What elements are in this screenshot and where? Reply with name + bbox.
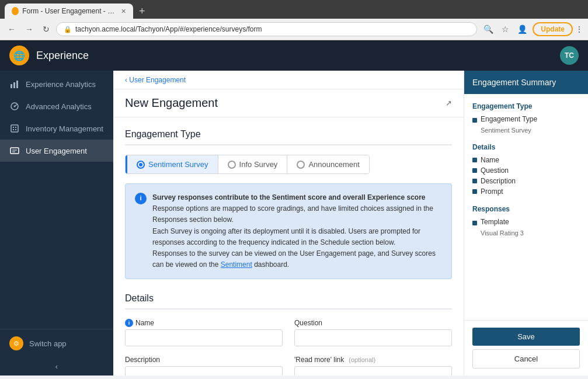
description-field: Description: [125, 356, 283, 375]
sidebar-item-inventory-management[interactable]: Inventory Management: [0, 117, 113, 140]
description-label: Description: [125, 356, 283, 364]
breadcrumb: ‹ User Engagement: [113, 71, 464, 89]
panel-header-title: Engagement Summary: [472, 78, 556, 87]
panel-template-value: Visual Rating 3: [481, 230, 524, 237]
new-tab-button[interactable]: +: [135, 5, 149, 18]
address-bar[interactable]: 🔒 tachyon.acme.local/Tachyon/App/#/exper…: [56, 22, 477, 36]
forward-button[interactable]: →: [22, 23, 36, 35]
svg-rect-1: [13, 82, 15, 88]
panel-type-label: Engagement Type: [481, 115, 537, 123]
panel-bullet-question: [472, 168, 477, 173]
panel-actions: Save Cancel: [464, 320, 588, 375]
info-text: Survey responses contribute to the Senti…: [152, 192, 442, 270]
info-box: i Survey responses contribute to the Sen…: [125, 183, 452, 279]
panel-type-value: Sentiment Survey: [481, 127, 531, 134]
svg-rect-7: [15, 127, 16, 128]
breadcrumb-link[interactable]: User Engagement: [129, 76, 186, 84]
refresh-button[interactable]: ↻: [40, 23, 53, 35]
tab-bar: Form - User Engagement - Expe... ✕ +: [0, 0, 588, 19]
question-input[interactable]: [294, 329, 452, 346]
toolbar-actions: 🔍 ☆ 👤 Update ⋮: [481, 22, 583, 36]
tab-close-button[interactable]: ✕: [121, 8, 126, 15]
engagement-type-title: Engagement Type: [125, 129, 452, 145]
tab-title: Form - User Engagement - Expe...: [22, 7, 115, 15]
sidebar-label-advanced-analytics: Advanced Analytics: [26, 102, 92, 111]
svg-rect-0: [11, 84, 12, 88]
form-content: Engagement Type Sentiment Survey Info Su…: [113, 117, 464, 375]
sidebar-label-inventory-management: Inventory Management: [26, 124, 103, 133]
sidebar-item-advanced-analytics[interactable]: Advanced Analytics: [0, 95, 113, 117]
engagement-type-radio-group: Sentiment Survey Info Survey Announcemen…: [125, 155, 370, 174]
info-link-sentiment[interactable]: Sentiment: [221, 260, 252, 269]
info-link-suffix: dashboard.: [254, 260, 289, 269]
question-field: Question: [294, 319, 452, 346]
bookmark-icon[interactable]: ☆: [499, 23, 512, 35]
svg-rect-9: [15, 129, 16, 130]
panel-bullet-template: [472, 221, 477, 225]
description-input[interactable]: [125, 366, 283, 375]
page-title: New Engagement: [125, 96, 218, 110]
browser-toolbar: ← → ↻ 🔒 tachyon.acme.local/Tachyon/App/#…: [0, 19, 588, 40]
user-avatar[interactable]: TC: [560, 46, 579, 65]
read-more-label: 'Read more' link (optional): [294, 356, 452, 364]
search-icon[interactable]: 🔍: [481, 23, 496, 35]
radio-announcement[interactable]: Announcement: [287, 155, 368, 173]
more-options-button[interactable]: ⋮: [575, 25, 583, 34]
panel-section-type-title: Engagement Type: [472, 102, 580, 110]
panel-bullet-prompt: [472, 189, 477, 194]
radio-info-survey[interactable]: Info Survey: [218, 155, 287, 173]
app-header: 🌐 Experience TC: [0, 40, 588, 71]
read-more-field: 'Read more' link (optional) Prompt quest…: [294, 356, 452, 375]
info-line-1: Response options are mapped to score gra…: [152, 204, 433, 224]
name-info-icon: i: [125, 319, 133, 327]
engagement-summary-panel: Engagement Summary Engagement Type Engag…: [464, 71, 588, 375]
sidebar-item-experience-analytics[interactable]: Experience Analytics: [0, 73, 113, 95]
active-tab[interactable]: Form - User Engagement - Expe... ✕: [5, 4, 133, 19]
panel-template-label: Template: [481, 218, 509, 226]
lock-icon: 🔒: [64, 26, 72, 33]
info-icon: i: [135, 193, 147, 204]
radio-dot-announcement: [297, 161, 305, 169]
radio-dot-info: [228, 161, 236, 169]
switch-app-icon: ⚙: [9, 336, 23, 350]
radio-label-info: Info Survey: [239, 160, 278, 169]
details-title: Details: [125, 293, 452, 310]
question-label: Question: [294, 319, 452, 327]
url-text: tachyon.acme.local/Tachyon/App/#/experie…: [75, 25, 469, 33]
svg-rect-6: [13, 127, 14, 128]
panel-engagement-type-item: Engagement Type Sentiment Survey: [472, 115, 580, 134]
info-line-3: Responses to the survey can be viewed on…: [152, 249, 436, 269]
radio-sentiment-survey[interactable]: Sentiment Survey: [126, 155, 218, 173]
form-area: ‹ User Engagement New Engagement ↗ Engag…: [113, 71, 464, 375]
inventory-icon: [9, 123, 20, 134]
details-section: Details i Name: [125, 293, 452, 375]
svg-rect-2: [16, 81, 18, 88]
radio-label-sentiment: Sentiment Survey: [148, 160, 208, 169]
panel-detail-question: Question: [472, 166, 580, 175]
optional-label: (optional): [349, 356, 375, 363]
svg-rect-5: [11, 125, 18, 132]
engagement-icon: [9, 145, 20, 156]
save-button[interactable]: Save: [472, 328, 580, 346]
read-more-input[interactable]: [294, 366, 452, 375]
app-title: Experience: [36, 50, 560, 62]
panel-bullet-name: [472, 158, 477, 162]
page-header: New Engagement ↗: [113, 89, 464, 117]
radio-label-announcement: Announcement: [308, 160, 359, 169]
switch-app-footer[interactable]: ⚙ Switch app: [0, 329, 113, 357]
update-button[interactable]: Update: [533, 22, 573, 36]
name-label: i Name: [125, 319, 283, 327]
tab-favicon: [12, 7, 19, 15]
content-area: ‹ User Engagement New Engagement ↗ Engag…: [113, 71, 588, 375]
sidebar-item-user-engagement[interactable]: User Engagement: [0, 140, 113, 162]
cancel-button[interactable]: Cancel: [472, 349, 580, 368]
panel-section-details-title: Details: [472, 143, 580, 151]
back-button[interactable]: ←: [5, 23, 19, 35]
panel-section-responses: Responses Template Visual Rating 3: [472, 205, 580, 237]
name-input[interactable]: [125, 329, 283, 346]
profile-icon[interactable]: 👤: [514, 23, 530, 35]
sidebar-nav: Experience Analytics Advanced Analytics: [0, 71, 113, 329]
expand-icon[interactable]: ↗: [446, 99, 452, 107]
sidebar-label-experience-analytics: Experience Analytics: [26, 80, 96, 89]
sidebar-collapse-button[interactable]: ‹: [0, 357, 113, 375]
